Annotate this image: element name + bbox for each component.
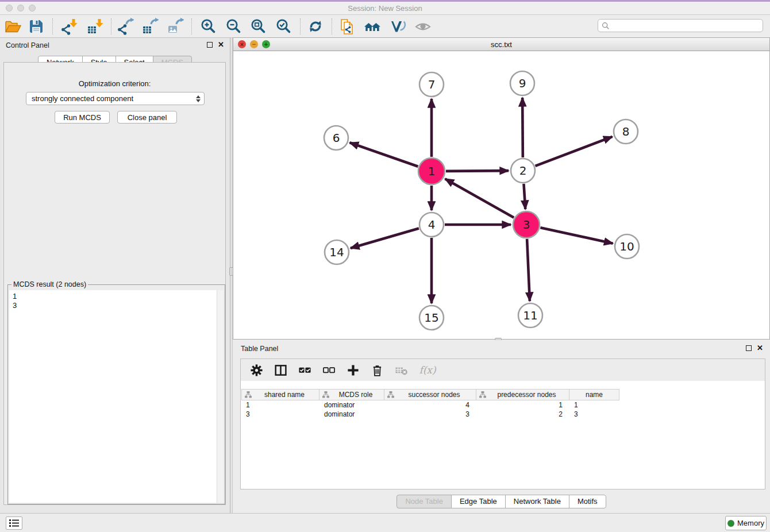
- save-button[interactable]: [26, 16, 47, 37]
- vizmapper-button[interactable]: [387, 16, 408, 37]
- optimization-criterion-label: Optimization criterion:: [4, 79, 225, 88]
- column-label: shared name: [252, 391, 317, 399]
- gear-button[interactable]: [249, 363, 264, 377]
- zoom-out-button[interactable]: [223, 16, 244, 37]
- export-network-icon: [117, 18, 134, 35]
- zoom-fit-icon: [249, 18, 267, 35]
- table-header-row: shared nameMCDS rolesuccessor nodesprede…: [241, 389, 619, 400]
- cell-MCDS-role[interactable]: dominator: [319, 400, 384, 410]
- open-folder-button[interactable]: [2, 16, 23, 37]
- edge-2-3[interactable]: [523, 184, 525, 209]
- column-header-shared-name[interactable]: shared name: [241, 389, 319, 400]
- close-panel-button[interactable]: Close panel: [117, 111, 177, 124]
- search-box: [598, 19, 763, 32]
- graph-node-9[interactable]: 9: [510, 71, 534, 95]
- float-panel-icon[interactable]: [207, 42, 213, 48]
- graph-node-7[interactable]: 7: [419, 72, 444, 97]
- edge-3-1[interactable]: [445, 179, 514, 217]
- split-pane-icon: [274, 364, 287, 377]
- column-header-predecessor-nodes[interactable]: predecessor nodes: [476, 389, 569, 400]
- column-tree-icon: [387, 391, 395, 399]
- toolbar-separator: [191, 18, 192, 34]
- export-image-button[interactable]: [165, 16, 186, 37]
- tab-motifs[interactable]: Motifs: [569, 495, 606, 508]
- edge-3-10[interactable]: [540, 228, 613, 243]
- export-network-button[interactable]: [115, 16, 136, 37]
- column-header-MCDS-role[interactable]: MCDS role: [319, 389, 384, 400]
- memory-status-button[interactable]: Memory: [725, 516, 767, 530]
- houses-button[interactable]: [362, 16, 383, 37]
- tab-edge-table[interactable]: Edge Table: [451, 495, 506, 508]
- gear-icon: [250, 364, 263, 377]
- zoom-fit-button[interactable]: [248, 16, 268, 37]
- tab-network-table[interactable]: Network Table: [505, 495, 569, 508]
- import-table-button[interactable]: [84, 16, 105, 37]
- close-panel-icon[interactable]: ✕: [218, 42, 224, 48]
- zoom-selected-button[interactable]: [273, 16, 294, 37]
- cell-shared-name[interactable]: 1: [241, 400, 319, 410]
- graph-node-10[interactable]: 10: [615, 234, 639, 259]
- graph-node-2[interactable]: 2: [511, 159, 535, 183]
- edge-2-9[interactable]: [522, 98, 523, 157]
- edge-1-6[interactable]: [350, 142, 418, 167]
- edge-3-11[interactable]: [527, 239, 530, 301]
- select-all-button[interactable]: [297, 363, 312, 377]
- fx-icon: f(x): [419, 364, 436, 376]
- search-input[interactable]: [612, 21, 763, 31]
- column-header-successor-nodes[interactable]: successor nodes: [384, 389, 476, 400]
- float-table-panel-icon[interactable]: [746, 345, 752, 351]
- add-row-button[interactable]: [345, 363, 360, 377]
- column-header-name[interactable]: name: [569, 389, 619, 400]
- graph-node-1[interactable]: 1: [418, 158, 445, 184]
- graph-node-14[interactable]: 14: [325, 240, 349, 264]
- cell-name[interactable]: 1: [569, 400, 619, 410]
- delete-rows-button[interactable]: [369, 363, 384, 377]
- task-history-button[interactable]: [6, 516, 22, 530]
- split-pane-button[interactable]: [273, 363, 288, 377]
- column-tree-icon: [322, 391, 330, 399]
- deselect-all-button[interactable]: [321, 363, 336, 377]
- close-table-panel-icon[interactable]: ✕: [757, 345, 763, 351]
- delete-table-button: [394, 363, 409, 377]
- select-stepper-icon: [196, 95, 201, 102]
- import-network-button[interactable]: [59, 16, 79, 37]
- edge-1-2[interactable]: [446, 171, 509, 171]
- network-canvas[interactable]: 7968124314101511: [233, 51, 769, 339]
- table-row[interactable]: 3dominator323: [241, 410, 764, 419]
- network-graph: 7968124314101511: [233, 51, 769, 339]
- edge-4-14[interactable]: [351, 228, 419, 248]
- cell-name[interactable]: 3: [569, 410, 619, 419]
- new-network-button[interactable]: [337, 16, 357, 37]
- cell-shared-name[interactable]: 3: [241, 410, 319, 419]
- cell-successor-nodes[interactable]: 4: [384, 400, 476, 410]
- app-window: Session: New Session Control Panel ✕ Net…: [0, 0, 770, 532]
- graph-node-4[interactable]: 4: [419, 213, 444, 237]
- table-toolbar: f(x): [241, 359, 765, 381]
- table-row[interactable]: 1dominator411: [241, 400, 764, 410]
- network-window-titlebar[interactable]: ×−+ scc.txt: [233, 38, 769, 51]
- column-label: successor nodes: [395, 391, 473, 399]
- mcds-result-list[interactable]: 13: [9, 290, 217, 503]
- graph-node-15[interactable]: 15: [419, 306, 444, 330]
- cell-MCDS-role[interactable]: dominator: [319, 410, 384, 419]
- graph-node-8[interactable]: 8: [614, 119, 638, 144]
- cell-successor-nodes[interactable]: 3: [384, 410, 476, 419]
- optimization-criterion-select[interactable]: strongly connected component: [26, 92, 205, 105]
- run-mcds-button[interactable]: Run MCDS: [55, 111, 110, 124]
- graph-node-6[interactable]: 6: [324, 126, 348, 150]
- zoom-in-button[interactable]: [198, 16, 218, 37]
- open-folder-icon: [4, 18, 21, 35]
- cell-predecessor-nodes[interactable]: 1: [476, 400, 569, 410]
- mcds-result-box: MCDS result (2 nodes) 13: [7, 284, 225, 504]
- refresh-button[interactable]: [305, 16, 326, 37]
- result-scrollbar[interactable]: [217, 290, 224, 503]
- tab-node-table[interactable]: Node Table: [396, 495, 452, 508]
- export-table-button[interactable]: [140, 16, 160, 37]
- fx-button: f(x): [418, 363, 437, 377]
- cell-predecessor-nodes[interactable]: 2: [476, 410, 569, 419]
- graph-node-11[interactable]: 11: [518, 303, 542, 327]
- edge-2-8[interactable]: [536, 137, 613, 166]
- graph-node-3[interactable]: 3: [513, 211, 540, 238]
- title-bar: Session: New Session: [0, 2, 770, 15]
- node-table-container: f(x) shared nameMCDS rolesuccessor nodes…: [240, 358, 765, 489]
